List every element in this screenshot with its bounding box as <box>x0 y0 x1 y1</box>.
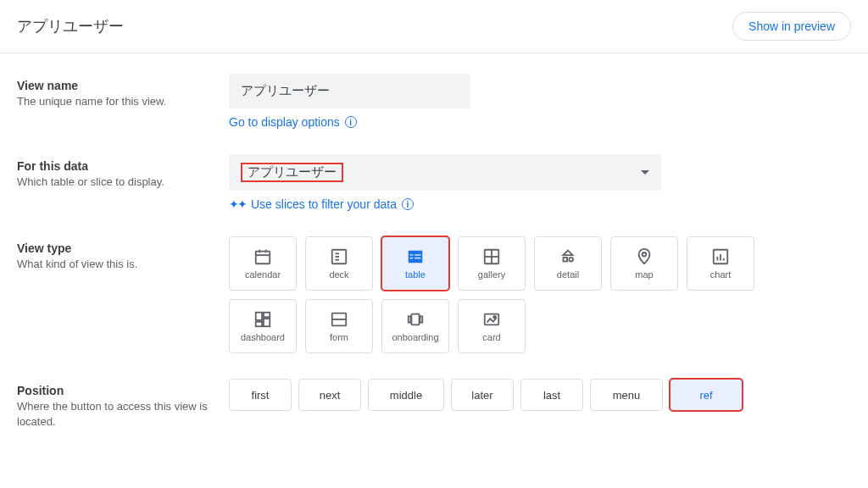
svg-rect-27 <box>256 322 262 327</box>
row-for-data: For this data Which table or slice to di… <box>17 154 851 211</box>
tile-onboarding[interactable]: onboarding <box>381 299 449 353</box>
svg-rect-17 <box>564 258 568 262</box>
content: View name The unique name for this view.… <box>0 53 868 450</box>
map-pin-icon <box>635 247 654 266</box>
svg-rect-26 <box>264 319 270 326</box>
header: アプリユーザー Show in preview <box>0 0 868 53</box>
tile-label: dashboard <box>241 332 285 342</box>
row-position: Position Where the button to access this… <box>17 379 851 430</box>
info-icon[interactable]: i <box>345 116 357 128</box>
tile-label: chart <box>710 269 731 280</box>
tile-calendar[interactable]: calendar <box>229 236 297 291</box>
for-data-select[interactable]: アプリユーザー <box>229 154 661 191</box>
svg-point-19 <box>643 252 647 257</box>
svg-point-18 <box>569 258 573 262</box>
svg-point-34 <box>493 316 496 319</box>
svg-rect-10 <box>415 254 420 255</box>
for-data-value: アプリユーザー <box>242 163 342 180</box>
tile-label: card <box>482 332 500 342</box>
row-view-type: View type What kind of view this is. cal… <box>17 236 851 353</box>
pos-middle[interactable]: middle <box>368 379 444 411</box>
svg-rect-25 <box>264 313 270 318</box>
svg-rect-0 <box>256 252 270 264</box>
tile-label: detail <box>557 269 579 280</box>
view-type-label: View type <box>17 241 229 255</box>
tile-label: calendar <box>245 269 281 280</box>
pos-last[interactable]: last <box>520 379 583 411</box>
svg-rect-31 <box>409 316 411 322</box>
page-title: アプリユーザー <box>17 16 124 36</box>
form-icon <box>330 310 348 329</box>
detail-icon <box>559 247 577 266</box>
table-icon <box>406 247 425 266</box>
card-icon <box>482 310 501 329</box>
view-name-input[interactable] <box>229 74 470 108</box>
info-icon[interactable]: i <box>402 198 414 210</box>
pos-next[interactable]: next <box>298 379 361 411</box>
svg-rect-9 <box>410 254 414 255</box>
tile-chart[interactable]: chart <box>687 236 754 291</box>
for-data-desc: Which table or slice to display. <box>17 175 229 190</box>
chevron-down-icon <box>641 170 649 175</box>
tile-table[interactable]: table <box>381 236 449 291</box>
use-slices-link[interactable]: Use slices to filter your data <box>251 197 397 211</box>
dashboard-icon <box>253 310 272 329</box>
svg-rect-11 <box>410 258 414 258</box>
tile-gallery[interactable]: gallery <box>458 236 526 291</box>
for-data-label: For this data <box>17 159 229 173</box>
tile-label: table <box>405 269 426 280</box>
gallery-icon <box>482 247 501 266</box>
svg-rect-24 <box>256 313 262 320</box>
tile-label: deck <box>329 269 348 280</box>
row-view-name: View name The unique name for this view.… <box>17 74 851 129</box>
pos-menu[interactable]: menu <box>590 379 663 411</box>
view-type-desc: What kind of view this is. <box>17 257 229 272</box>
tile-deck[interactable]: deck <box>305 236 373 291</box>
pos-first[interactable]: first <box>229 379 292 411</box>
view-name-label: View name <box>17 79 229 92</box>
sparkle-icon: ✦✦ <box>229 197 246 211</box>
position-label: Position <box>17 384 229 397</box>
tile-label: gallery <box>478 269 505 280</box>
svg-rect-30 <box>411 314 419 325</box>
position-buttons: first next middle later last menu ref <box>229 379 851 411</box>
deck-icon <box>330 247 348 266</box>
svg-rect-32 <box>420 316 423 322</box>
svg-rect-8 <box>409 251 423 263</box>
view-name-desc: The unique name for this view. <box>17 94 229 109</box>
chart-icon <box>711 247 730 266</box>
tile-map[interactable]: map <box>610 236 678 291</box>
tile-label: map <box>635 269 653 280</box>
show-in-preview-button[interactable]: Show in preview <box>732 12 851 41</box>
tile-label: onboarding <box>392 332 438 342</box>
pos-later[interactable]: later <box>451 379 514 411</box>
pos-ref[interactable]: ref <box>670 379 743 411</box>
tile-card[interactable]: card <box>458 299 526 353</box>
tile-dashboard[interactable]: dashboard <box>229 299 297 353</box>
onboarding-icon <box>406 310 425 329</box>
tile-form[interactable]: form <box>305 299 373 353</box>
tile-label: form <box>330 332 348 342</box>
tile-detail[interactable]: detail <box>534 236 602 291</box>
view-type-tiles: calendar deck table <box>229 236 822 353</box>
position-desc: Where the button to access this view is … <box>17 399 229 430</box>
calendar-icon <box>253 247 272 266</box>
display-options-link[interactable]: Go to display options <box>229 115 340 129</box>
svg-rect-12 <box>415 258 420 258</box>
svg-marker-16 <box>564 251 573 256</box>
